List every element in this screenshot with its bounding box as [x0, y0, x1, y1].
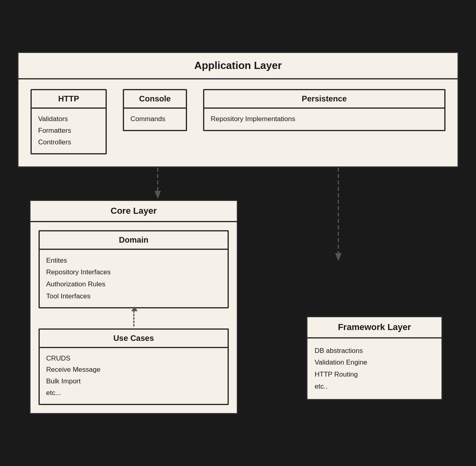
use-cases-box: Use Cases CRUDS Receive Message Bulk Imp… [39, 328, 229, 405]
http-item-formatters: Formatters [38, 125, 99, 137]
console-title: Console [124, 90, 186, 109]
http-title: HTTP [32, 90, 106, 109]
use-cases-title: Use Cases [40, 330, 228, 348]
http-item-validators: Validators [38, 113, 99, 125]
layout: Application Layer HTTP Validators Format… [17, 52, 459, 414]
console-box: Console Commands [123, 89, 187, 131]
use-cases-item-receive-message: Receive Message [46, 364, 221, 376]
domain-item-tool-interfaces: Tool Interfaces [46, 290, 221, 302]
framework-layer-title: Framework Layer [307, 317, 441, 338]
domain-item-repo-interfaces: Repository Interfaces [46, 266, 221, 278]
application-layer-box: Application Layer HTTP Validators Format… [17, 52, 459, 168]
core-layer-content: Domain Entites Repository Interfaces Aut… [31, 222, 237, 413]
console-content: Commands [124, 109, 186, 130]
domain-item-auth-rules: Authorization Rules [46, 278, 221, 290]
framework-item-etc: etc.. [315, 381, 434, 393]
diagram: Application Layer HTTP Validators Format… [17, 52, 459, 414]
http-box: HTTP Validators Formatters Controllers [31, 89, 107, 154]
framework-layer-content: DB abstractions Validation Engine HTTP R… [307, 338, 441, 399]
application-layer-title: Application Layer [18, 53, 458, 79]
persistence-title: Persistence [204, 90, 444, 109]
domain-item-entities: Entites [46, 255, 221, 267]
persistence-item-repo-impl: Repository Implementations [211, 113, 438, 125]
use-cases-content: CRUDS Receive Message Bulk Import etc... [40, 348, 228, 404]
domain-title: Domain [40, 231, 228, 250]
inner-arrow [39, 308, 229, 328]
framework-layer-box: Framework Layer DB abstractions Validati… [306, 316, 443, 400]
use-cases-item-bulk-import: Bulk Import [46, 376, 221, 387]
core-layer-wrapper: Core Layer Domain Entites Repository Int… [17, 168, 250, 415]
domain-content: Entites Repository Interfaces Authorizat… [40, 250, 228, 307]
http-item-controllers: Controllers [38, 137, 99, 148]
domain-box: Domain Entites Repository Interfaces Aut… [39, 230, 229, 308]
application-layer-content: HTTP Validators Formatters Controllers C… [18, 79, 458, 166]
use-cases-item-etc: etc... [46, 387, 221, 399]
framework-item-db: DB abstractions [315, 345, 434, 357]
console-item-commands: Commands [130, 113, 179, 125]
core-layer-title: Core Layer [31, 201, 237, 222]
inner-arrow-line [133, 310, 134, 326]
core-layer-box: Core Layer Domain Entites Repository Int… [29, 200, 238, 415]
framework-item-http-routing: HTTP Routing [315, 369, 434, 381]
framework-item-validation: Validation Engine [315, 357, 434, 369]
use-cases-item-cruds: CRUDS [46, 353, 221, 365]
persistence-box: Persistence Repository Implementations [203, 89, 445, 131]
http-content: Validators Formatters Controllers [32, 109, 106, 153]
diagram-container: Application Layer HTTP Validators Format… [0, 0, 476, 466]
persistence-content: Repository Implementations [204, 109, 444, 130]
bottom-section: Core Layer Domain Entites Repository Int… [17, 168, 459, 415]
framework-layer-wrapper: Framework Layer DB abstractions Validati… [250, 168, 459, 415]
